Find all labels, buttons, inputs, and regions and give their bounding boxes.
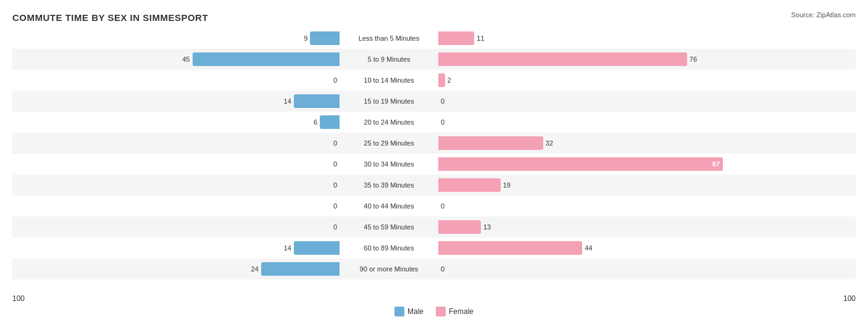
male-value: 24 (251, 265, 259, 273)
legend-female: Female (436, 307, 474, 316)
legend-male: Male (394, 307, 424, 316)
female-value: 13 (483, 223, 491, 231)
legend: Male Female (12, 307, 856, 316)
bar-row: 0 40 to 44 Minutes 0 (12, 196, 856, 217)
male-bar (294, 94, 340, 108)
axis-labels: 100 100 (12, 294, 856, 303)
male-value: 45 (182, 56, 190, 63)
female-value: 44 (585, 244, 592, 252)
legend-female-box (436, 307, 446, 316)
category-label: Less than 5 Minutes (340, 35, 438, 42)
category-label: 35 to 39 Minutes (340, 181, 438, 189)
female-bar (438, 73, 445, 87)
female-bar: 87 (438, 157, 723, 171)
female-value: 11 (477, 35, 484, 42)
category-label: 10 to 14 Minutes (340, 76, 438, 84)
female-bar (438, 241, 582, 255)
male-value: 14 (284, 244, 291, 252)
category-label: 60 to 89 Minutes (340, 244, 438, 252)
bar-row: 0 30 to 34 Minutes 87 (12, 154, 856, 175)
legend-female-label: Female (449, 307, 474, 316)
male-bar (261, 262, 340, 276)
bar-row: 0 10 to 14 Minutes 2 (12, 70, 856, 91)
female-bar (438, 136, 543, 150)
male-bar (294, 241, 340, 255)
axis-right: 100 (843, 294, 856, 303)
bar-row: 24 90 or more Minutes 0 (12, 258, 856, 279)
category-label: 25 to 29 Minutes (340, 139, 438, 147)
legend-male-box (394, 307, 404, 316)
female-value: 2 (448, 76, 451, 84)
male-bar (320, 115, 340, 129)
female-value: 0 (441, 265, 444, 273)
bar-row: 9 Less than 5 Minutes 11 (12, 28, 856, 49)
female-value: 19 (503, 181, 511, 189)
male-bar (193, 52, 340, 66)
male-value: 0 (333, 223, 337, 231)
category-label: 15 to 19 Minutes (340, 97, 438, 105)
category-label: 45 to 59 Minutes (340, 223, 438, 231)
bar-row: 14 60 to 89 Minutes 44 (12, 237, 856, 258)
female-value: 0 (441, 202, 444, 210)
category-label: 40 to 44 Minutes (340, 202, 438, 210)
female-value-inside: 87 (712, 160, 720, 168)
female-bar (438, 178, 501, 192)
male-value: 0 (333, 76, 337, 84)
bar-row: 45 5 to 9 Minutes 76 (12, 49, 856, 70)
female-value: 0 (441, 118, 444, 126)
female-value: 32 (546, 139, 553, 147)
category-label: 90 or more Minutes (340, 265, 438, 273)
female-value: 76 (690, 56, 697, 63)
male-value: 0 (333, 202, 337, 210)
female-value: 0 (441, 97, 444, 105)
male-value: 9 (304, 35, 307, 42)
category-label: 30 to 34 Minutes (340, 160, 438, 168)
male-value: 0 (333, 160, 337, 168)
female-bar (438, 220, 481, 234)
male-value: 6 (314, 118, 317, 126)
male-value: 0 (333, 181, 337, 189)
bars-area: 9 Less than 5 Minutes 11 45 (12, 28, 856, 293)
bar-row: 0 25 to 29 Minutes 32 (12, 133, 856, 154)
axis-left: 100 (12, 294, 25, 303)
bar-row: 14 15 to 19 Minutes 0 (12, 91, 856, 112)
category-label: 20 to 24 Minutes (340, 118, 438, 126)
bar-row: 0 35 to 39 Minutes 19 (12, 175, 856, 196)
chart-title: COMMUTE TIME BY SEX IN SIMMESPORT (12, 12, 856, 23)
male-bar (310, 31, 340, 45)
bar-row: 0 45 to 59 Minutes 13 (12, 217, 856, 237)
bar-row: 6 20 to 24 Minutes 0 (12, 112, 856, 133)
male-value: 14 (284, 97, 291, 105)
male-value: 0 (333, 139, 337, 147)
source-text: Source: ZipAtlas.com (791, 11, 856, 19)
category-label: 5 to 9 Minutes (340, 56, 438, 63)
female-bar (438, 31, 474, 45)
chart-container: COMMUTE TIME BY SEX IN SIMMESPORT Source… (0, 0, 868, 322)
female-bar (438, 52, 687, 66)
legend-male-label: Male (407, 307, 424, 316)
